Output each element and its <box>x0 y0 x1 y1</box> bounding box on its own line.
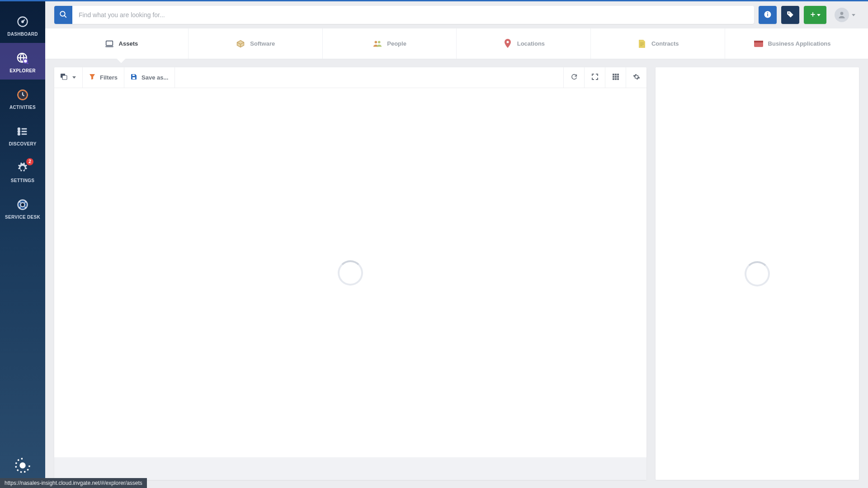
svg-point-11 <box>20 463 25 468</box>
search-container <box>54 6 754 24</box>
view-selector-button[interactable] <box>54 67 83 88</box>
tab-business-applications[interactable]: Business Applications <box>725 28 859 59</box>
main-panel: Filters Save as... <box>54 67 646 480</box>
avatar <box>835 8 849 22</box>
svg-rect-30 <box>617 74 619 75</box>
svg-rect-26 <box>132 77 135 79</box>
sidebar-item-dashboard[interactable]: DASHBOARD <box>0 6 45 43</box>
loading-spinner-icon <box>745 261 770 286</box>
tab-label: Software <box>250 40 275 47</box>
left-sidebar: DASHBOARD EXPLORER ACTIVITIES DI <box>0 0 45 488</box>
sidebar-item-activities[interactable]: ACTIVITIES <box>0 80 45 116</box>
sidebar-item-label: SETTINGS <box>11 178 34 183</box>
chevron-down-icon <box>72 76 76 79</box>
svg-rect-27 <box>132 75 135 76</box>
document-icon <box>637 40 647 48</box>
svg-point-6 <box>18 128 20 130</box>
svg-point-15 <box>767 12 768 13</box>
sidebar-item-label: DASHBOARD <box>7 32 38 37</box>
svg-rect-28 <box>613 74 614 75</box>
svg-rect-29 <box>615 74 617 75</box>
app-window-icon <box>754 40 764 48</box>
svg-rect-23 <box>754 41 763 42</box>
status-url: https://nasales-insight.cloud.invgate.ne… <box>5 480 142 486</box>
main-panel-footer <box>54 457 646 480</box>
tab-people[interactable]: People <box>323 28 457 59</box>
refresh-button[interactable] <box>563 67 584 88</box>
svg-point-3 <box>24 59 28 63</box>
grid-icon <box>613 74 619 82</box>
toolbar-spacer <box>175 67 563 88</box>
funnel-icon <box>89 74 95 82</box>
gear-icon <box>633 73 640 82</box>
people-icon <box>373 40 382 48</box>
tab-label: Business Applications <box>768 40 831 47</box>
svg-rect-36 <box>617 78 619 80</box>
settings-button[interactable] <box>626 67 646 88</box>
sidebar-item-settings[interactable]: 2 SETTINGS <box>0 153 45 189</box>
list-icon <box>15 124 30 139</box>
filters-button[interactable]: Filters <box>83 67 124 88</box>
plus-icon <box>810 11 816 19</box>
tag-icon <box>786 10 794 20</box>
tab-assets[interactable]: Assets <box>54 28 189 59</box>
tag-button[interactable] <box>781 6 799 24</box>
saveas-button[interactable]: Save as... <box>124 67 175 88</box>
box-icon <box>236 40 245 48</box>
tab-contracts[interactable]: Contracts <box>591 28 725 59</box>
svg-rect-33 <box>617 76 619 78</box>
svg-rect-31 <box>613 76 614 78</box>
svg-point-19 <box>375 41 377 43</box>
windows-icon <box>61 74 68 82</box>
top-accent-bar <box>0 0 868 1</box>
status-bar: https://nasales-insight.cloud.invgate.ne… <box>0 478 147 488</box>
lifebuoy-icon <box>15 197 30 212</box>
sidebar-item-servicedesk[interactable]: SERVICE DESK <box>0 189 45 226</box>
laptop-icon <box>104 40 114 48</box>
loading-spinner-icon <box>338 260 363 286</box>
side-panel <box>656 67 859 480</box>
tab-label: Assets <box>119 40 138 47</box>
tab-label: People <box>387 40 406 47</box>
gauge-icon <box>15 14 30 29</box>
svg-point-10 <box>20 202 24 206</box>
grid-view-button[interactable] <box>605 67 626 88</box>
svg-rect-32 <box>615 76 617 78</box>
svg-rect-25 <box>62 75 67 80</box>
top-bar <box>45 1 868 28</box>
info-button[interactable] <box>759 6 777 24</box>
chevron-down-icon <box>817 14 821 16</box>
svg-point-21 <box>506 41 509 43</box>
category-tabs: Assets Software People Locations <box>45 28 868 59</box>
user-menu[interactable] <box>831 8 859 22</box>
sidebar-item-explorer[interactable]: EXPLORER <box>0 43 45 80</box>
svg-point-7 <box>18 131 20 132</box>
tab-label: Locations <box>517 40 545 47</box>
svg-point-8 <box>18 133 20 135</box>
svg-point-17 <box>840 12 844 15</box>
search-icon <box>59 10 67 20</box>
search-button[interactable] <box>54 6 72 24</box>
svg-point-1 <box>22 21 24 23</box>
refresh-icon <box>571 73 578 82</box>
sidebar-item-label: EXPLORER <box>9 68 35 73</box>
svg-rect-14 <box>767 14 768 16</box>
svg-rect-34 <box>613 78 614 80</box>
add-button[interactable] <box>804 6 826 24</box>
save-icon <box>131 74 137 82</box>
svg-point-20 <box>378 41 381 43</box>
tab-locations[interactable]: Locations <box>457 28 591 59</box>
content-area: Filters Save as... <box>45 59 868 488</box>
location-pin-icon <box>503 40 513 48</box>
sidebar-item-label: ACTIVITIES <box>9 105 36 110</box>
panel-toolbar: Filters Save as... <box>54 67 646 88</box>
tab-label: Contracts <box>651 40 679 47</box>
tab-software[interactable]: Software <box>189 28 323 59</box>
fullscreen-button[interactable] <box>584 67 605 88</box>
expand-icon <box>592 74 598 82</box>
search-input[interactable] <box>72 6 754 24</box>
sidebar-item-label: SERVICE DESK <box>5 215 40 220</box>
saveas-label: Save as... <box>142 74 168 81</box>
svg-rect-35 <box>615 78 617 80</box>
sidebar-item-discovery[interactable]: DISCOVERY <box>0 116 45 153</box>
